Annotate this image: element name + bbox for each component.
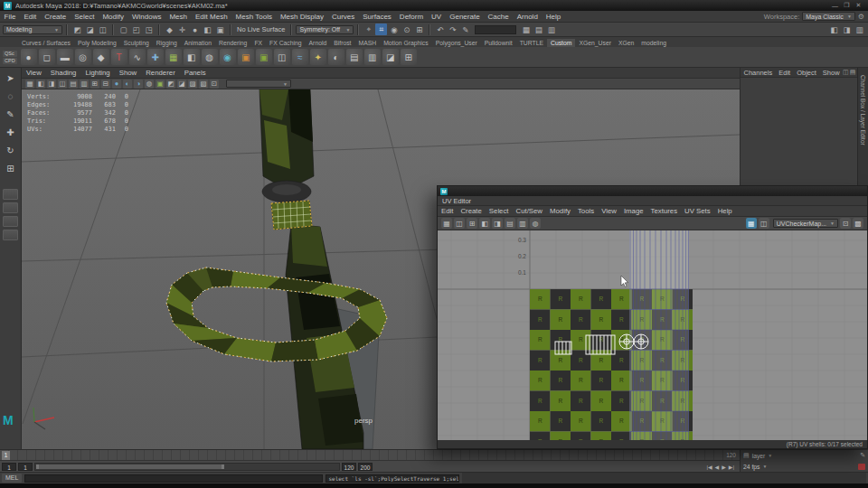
menu-mesh-display[interactable]: Mesh Display — [276, 13, 327, 21]
live-surface-label[interactable]: No Live Surface — [235, 25, 287, 33]
shelf-tab-poly-modeling[interactable]: Poly Modeling — [74, 39, 120, 47]
shelf-icon-16[interactable]: ✦ — [310, 49, 326, 65]
sidebar-toggle-icon-2[interactable]: ▥ — [854, 23, 865, 35]
shelf-icon-21[interactable]: ⊞ — [401, 49, 417, 65]
uv-toolbar-icon-2[interactable]: ⊞ — [467, 218, 477, 229]
maximize-button[interactable]: ❐ — [841, 2, 853, 9]
shelf-tab-bifrost[interactable]: Bifrost — [330, 39, 354, 47]
menu-deform[interactable]: Deform — [395, 13, 427, 21]
history-icon-1[interactable]: ↷ — [447, 23, 458, 35]
shelf-tab-pulldownit[interactable]: Pulldownit — [481, 39, 516, 47]
mel-label[interactable]: MEL — [2, 474, 22, 483]
minimize-button[interactable]: — — [829, 3, 841, 9]
shelf-icon-20[interactable]: ◪ — [382, 49, 399, 65]
gear-icon[interactable]: ⚙ — [858, 13, 864, 21]
uv-menu-help[interactable]: Help — [714, 207, 736, 215]
rotate-tool-icon[interactable]: ↻ — [2, 143, 20, 158]
panel-toolbar-icon-3[interactable]: ◫ — [58, 80, 67, 89]
uv-editor-titlebar[interactable]: M — [438, 186, 867, 196]
select-tool-icon[interactable]: ➤ — [2, 70, 20, 86]
uv-menu-cut-sew[interactable]: Cut/Sew — [513, 207, 546, 215]
selection-mask-icon-0[interactable]: ◆ — [164, 23, 175, 35]
shelf-tab-polygons-user[interactable]: Polygons_User — [432, 39, 481, 47]
layout-four-pane-button[interactable] — [3, 202, 18, 213]
render-icon-1[interactable]: ▤ — [533, 23, 544, 35]
pencil-icon[interactable]: ✎ — [860, 452, 865, 459]
panel-menu-renderer[interactable]: Renderer — [141, 69, 180, 77]
layout-single-pane-button[interactable] — [3, 189, 18, 200]
fps-dropdown[interactable]: 24 fps — [743, 464, 760, 470]
playback-end-field[interactable]: 120 — [342, 463, 356, 471]
shelf-icon-3[interactable]: ◎ — [75, 49, 91, 65]
anim-start-field[interactable]: 1 — [2, 463, 16, 471]
list-icon[interactable]: ▤ — [850, 69, 856, 76]
panel-toolbar-icon-16[interactable]: ▧ — [199, 80, 208, 89]
panel-toolbar-icon-11[interactable]: ◍ — [145, 80, 154, 89]
shelf-icon-15[interactable]: ≈ — [292, 49, 308, 65]
panel-toolbar-icon-2[interactable]: ◨ — [47, 80, 56, 89]
uv-menu-uv-sets[interactable]: UV Sets — [681, 207, 714, 215]
shelf-tab-arnold[interactable]: Arnold — [306, 39, 331, 47]
shelf-tab-rendering[interactable]: Rendering — [215, 39, 250, 47]
menu-file[interactable]: File — [0, 13, 20, 21]
menu-uv[interactable]: UV — [428, 13, 446, 21]
shelf-icon-4[interactable]: ◆ — [93, 49, 109, 65]
shelf-icon-11[interactable]: ◉ — [220, 49, 236, 65]
sidebar-toggle-icon-1[interactable]: ◨ — [841, 23, 853, 35]
panel-menu-lighting[interactable]: Lighting — [80, 69, 114, 77]
uv-toolbar-right-icon-0[interactable]: ⊡ — [840, 218, 851, 229]
shelf-icon-13[interactable]: ▣ — [256, 49, 272, 65]
uv-menu-textures[interactable]: Textures — [647, 207, 681, 215]
playback-start-field[interactable]: 1 — [18, 463, 33, 471]
menu-windows[interactable]: Windows — [128, 13, 165, 21]
uv-menu-tools[interactable]: Tools — [574, 207, 598, 215]
panel-toolbar-icon-0[interactable]: ▦ — [25, 80, 34, 89]
shelf-icon-19[interactable]: ▥ — [364, 49, 381, 65]
snap-icon-4[interactable]: ⊞ — [413, 23, 425, 35]
symmetry-dropdown[interactable]: Symmetry: Off ▼ — [296, 25, 354, 34]
anim-end-field[interactable]: 200 — [358, 463, 373, 471]
shelf-tab-fx[interactable]: FX — [250, 39, 266, 47]
uv-menu-edit[interactable]: Edit — [438, 207, 457, 215]
menu-cache[interactable]: Cache — [484, 13, 513, 21]
menu-arnold[interactable]: Arnold — [513, 13, 542, 21]
transport-button-1[interactable]: ◀ — [715, 464, 720, 470]
shelf-icon-10[interactable]: ◍ — [202, 49, 218, 65]
render-icon-0[interactable]: ▦ — [520, 23, 532, 35]
shelf-tab-animation[interactable]: Animation — [181, 39, 215, 47]
uv-menu-view[interactable]: View — [598, 207, 620, 215]
mel-input[interactable] — [24, 474, 323, 483]
shelf-icon-2[interactable]: ▬ — [57, 49, 73, 65]
panel-menu-shading[interactable]: Shading — [46, 69, 81, 77]
transport-button-3[interactable]: ▶| — [729, 464, 734, 470]
panel-toolbar-icon-13[interactable]: ◩ — [166, 80, 175, 89]
menu-create[interactable]: Create — [41, 13, 71, 21]
history-icon-2[interactable]: ✎ — [459, 23, 471, 35]
shelf-icon-9[interactable]: ◧ — [184, 49, 200, 65]
layout-outliner-button[interactable] — [3, 230, 18, 240]
selection-preset-icon-1[interactable]: ◪ — [84, 23, 96, 35]
texture-grid-icon[interactable]: ◫ — [759, 218, 769, 229]
shelf-tab-fx-caching[interactable]: FX Caching — [266, 39, 306, 47]
shelf-icon-18[interactable]: ▤ — [346, 49, 363, 65]
uv-toolbar-icon-5[interactable]: ▤ — [505, 218, 515, 229]
transform-entry-field[interactable] — [475, 25, 516, 34]
panel-toolbar-icon-1[interactable]: ◧ — [36, 80, 45, 89]
panel-menu-panels[interactable]: Panels — [180, 69, 211, 77]
menuset-dropdown[interactable]: Modeling ▼ — [3, 25, 62, 34]
shelf-tab-xgen[interactable]: XGen — [615, 39, 637, 47]
uv-toolbar-icon-3[interactable]: ◧ — [479, 218, 490, 229]
command-history[interactable]: select `ls -sl`;PolySelectTraverse 1;sel… — [326, 474, 459, 483]
uv-toolbar-right-icon-1[interactable]: ▩ — [853, 218, 863, 229]
shelf-tab-modeling[interactable]: modeling — [637, 39, 670, 47]
panel-menu-view[interactable]: View — [22, 69, 46, 77]
transport-button-2[interactable]: ▶ — [722, 464, 726, 470]
playhead[interactable]: 1 — [2, 451, 10, 460]
snap-icon-1[interactable]: ⌗ — [375, 23, 387, 35]
range-groove[interactable] — [34, 463, 340, 471]
uv-canvas[interactable]: RRRRRRRRRRRRRRRRRRRRRRRRRRRRRRRRRRRRRRRR… — [438, 230, 867, 440]
menu-curves[interactable]: Curves — [327, 13, 358, 21]
time-slider[interactable]: 1 120 — [0, 449, 740, 460]
shelf-tab-turtle[interactable]: TURTLE — [516, 39, 547, 47]
viewport-dropdown[interactable]: ▼ — [226, 80, 291, 88]
